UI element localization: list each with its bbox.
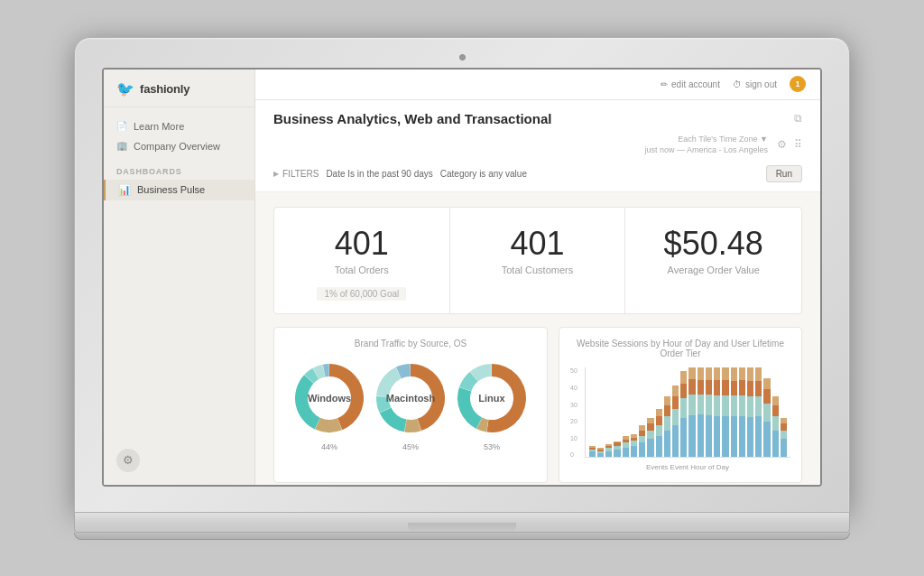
page-header: Business Analytics, Web and Transactiona… xyxy=(255,100,820,192)
sign-out-button[interactable]: ⏱ sign out xyxy=(733,79,777,89)
stat-card-aov: $50.48 Average Order Value xyxy=(625,208,801,314)
bar-col xyxy=(605,367,612,457)
bar-col xyxy=(714,367,720,457)
bar-segment xyxy=(739,380,745,395)
copy-icon[interactable]: ⧉ xyxy=(794,112,802,125)
y-tick: 30 xyxy=(570,402,578,408)
sidebar-item-learn-more[interactable]: 📄 Learn More xyxy=(104,116,254,136)
bar-segment xyxy=(672,396,679,409)
gear-button[interactable]: ⚙ xyxy=(116,449,140,472)
stat-label-customers: Total Customers xyxy=(465,265,611,275)
bar-segment xyxy=(772,396,779,405)
bar-segment xyxy=(722,416,728,457)
bar-segment xyxy=(731,381,737,396)
filter-pill-2: Category is any value xyxy=(440,169,527,179)
svg-text:Windows: Windows xyxy=(308,393,351,404)
donut-label: 44% xyxy=(321,442,337,451)
bar-segment xyxy=(664,431,670,458)
bar-col xyxy=(597,367,604,457)
camera-bar xyxy=(102,54,822,60)
bar-segment xyxy=(664,396,670,405)
bar-segment xyxy=(772,416,779,431)
bar-segment xyxy=(714,367,720,380)
bar-chart-area xyxy=(585,367,790,458)
app-name: fashionly xyxy=(140,82,189,96)
stat-value-orders: 401 xyxy=(289,226,435,262)
bar-col xyxy=(739,367,745,457)
donut-label: 53% xyxy=(484,442,500,451)
bar-segment xyxy=(631,446,637,457)
bar-segment xyxy=(755,416,762,457)
stat-label-orders: Total Orders xyxy=(289,265,435,275)
bar-x-label: Events Event Hour of Day xyxy=(585,463,790,471)
bar-segment xyxy=(698,380,704,395)
bar-segment xyxy=(664,416,670,431)
bar-segment xyxy=(647,423,653,431)
filters-bar: ▶ FILTERS Date Is in the past 90 days Ca… xyxy=(273,160,802,184)
bar-segment xyxy=(698,367,704,379)
filters-label-text: FILTERS xyxy=(282,169,319,179)
bar-segment xyxy=(763,404,770,422)
bar-col xyxy=(647,367,653,457)
laptop-foot xyxy=(74,533,850,540)
dashboard-content: 401 Total Orders 1% of 60,000 Goal 401 T… xyxy=(255,192,820,485)
bar-segment xyxy=(639,442,645,457)
donut-chart-card: Brand Traffic by Source, OS Windows44%Ma… xyxy=(273,327,548,483)
bar-segment xyxy=(739,367,745,380)
donut-chart-title: Brand Traffic by Source, OS xyxy=(285,339,536,348)
bar-col xyxy=(623,367,629,457)
bar-col xyxy=(589,367,596,457)
bar-segment xyxy=(739,416,745,457)
stat-value-aov: $50.48 xyxy=(640,226,787,262)
bar-segment xyxy=(731,367,737,380)
bar-segment xyxy=(747,381,753,397)
laptop-frame: 🐦 fashionly 📄 Learn More 🏢 Company Overv… xyxy=(74,37,850,540)
bar-segment xyxy=(781,439,787,457)
donut-item-macintosh: Macintosh45% xyxy=(370,358,451,451)
stats-row: 401 Total Orders 1% of 60,000 Goal 401 T… xyxy=(273,207,802,315)
bar-segment xyxy=(772,431,779,458)
bar-segment xyxy=(597,453,604,457)
y-tick: 10 xyxy=(570,435,578,441)
notification-badge[interactable]: 1 xyxy=(790,76,806,92)
run-button[interactable]: Run xyxy=(766,165,802,182)
bar-segment xyxy=(722,395,728,416)
sign-out-label: sign out xyxy=(745,79,777,89)
filters-toggle[interactable]: ▶ FILTERS xyxy=(273,169,319,179)
bar-segment xyxy=(664,405,670,416)
page-title-row: Business Analytics, Web and Transactiona… xyxy=(273,111,802,126)
main-content: ✏ edit account ⏱ sign out 1 xyxy=(255,70,820,485)
sidebar-item-business-pulse[interactable]: 📊 Business Pulse xyxy=(104,180,254,200)
bar-chart-inner: Events Event Hour of Day xyxy=(585,367,790,471)
learn-more-icon: 📄 xyxy=(116,121,127,131)
bar-segment xyxy=(781,431,787,440)
y-tick: 40 xyxy=(570,385,578,391)
app: 🐦 fashionly 📄 Learn More 🏢 Company Overv… xyxy=(104,70,820,485)
stat-value-customers: 401 xyxy=(465,226,611,262)
laptop-screen: 🐦 fashionly 📄 Learn More 🏢 Company Overv… xyxy=(102,68,822,487)
donut-item-linux: Linux53% xyxy=(451,358,532,451)
bar-segment xyxy=(589,451,596,457)
triangle-icon: ▶ xyxy=(273,170,279,178)
clock-icon: ⏱ xyxy=(733,79,742,89)
y-tick: 0 xyxy=(570,451,578,458)
filter-pill-1: Date Is in the past 90 days xyxy=(326,169,432,179)
bar-col xyxy=(614,367,620,457)
grid-icon[interactable]: ⠿ xyxy=(794,138,802,151)
bar-segment xyxy=(755,381,762,396)
bar-segment xyxy=(706,415,712,457)
edit-account-button[interactable]: ✏ edit account xyxy=(661,79,720,89)
bar-col xyxy=(698,367,704,457)
bar-col xyxy=(706,367,712,457)
svg-text:Macintosh: Macintosh xyxy=(386,393,436,404)
sidebar-item-company[interactable]: 🏢 Company Overview xyxy=(104,136,254,156)
bar-segment xyxy=(647,439,653,457)
filter-row: Each Tile's Time Zone ▼ just now — Ameri… xyxy=(273,134,802,156)
sidebar-gear-area: ⚙ xyxy=(104,436,254,485)
bar-segment xyxy=(639,436,645,443)
sidebar-logo: 🐦 fashionly xyxy=(104,70,254,107)
bar-col xyxy=(664,367,670,457)
dashboard-icon: 📊 xyxy=(118,184,131,196)
settings-icon[interactable]: ⚙ xyxy=(777,138,787,151)
bar-segment xyxy=(747,396,753,416)
